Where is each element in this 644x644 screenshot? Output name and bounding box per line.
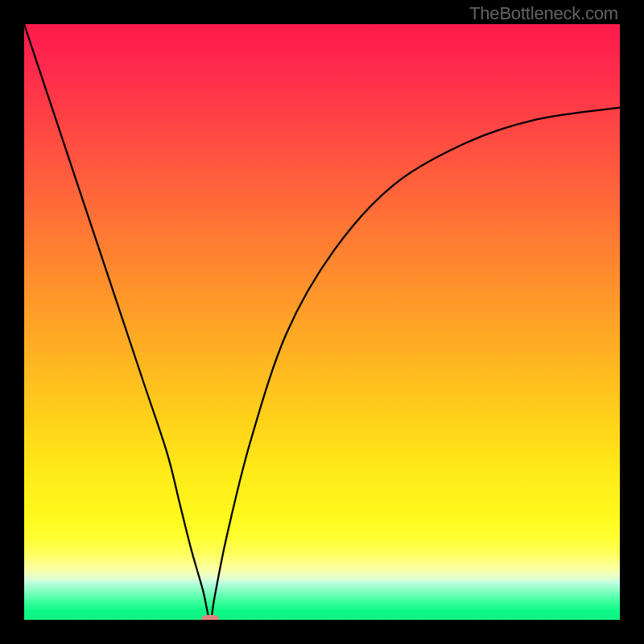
plot-area [24, 24, 620, 620]
background-gradient-bottom [24, 582, 620, 620]
background-gradient-main [24, 24, 620, 582]
trough-marker [201, 615, 219, 620]
attribution-label: TheBottleneck.com [469, 3, 618, 24]
chart-frame: TheBottleneck.com [0, 0, 644, 644]
